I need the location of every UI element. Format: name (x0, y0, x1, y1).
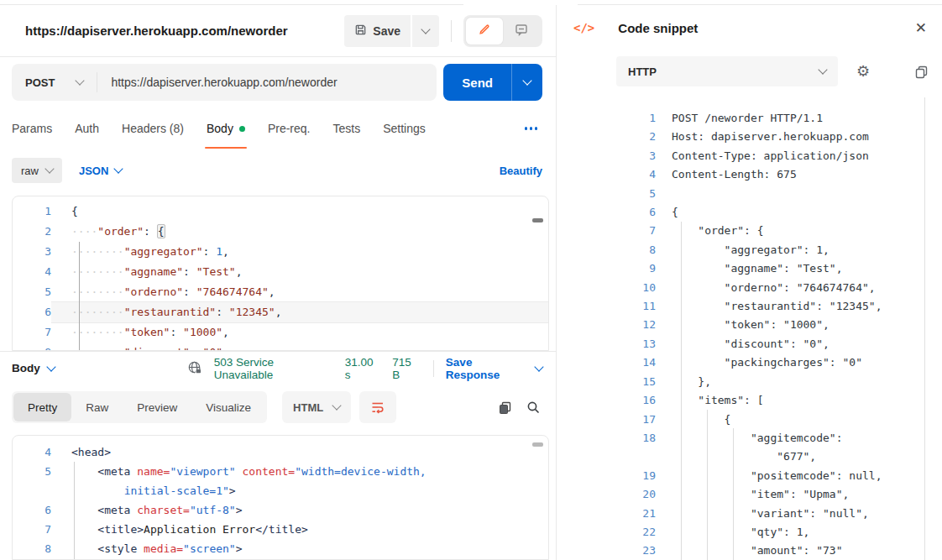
line-content: <meta name="viewport" content="width=dev… (51, 462, 548, 481)
request-tabs: ParamsAuthHeaders (8)BodyPre-req.TestsSe… (0, 107, 556, 149)
line-content: Content-Type: application/json (656, 147, 869, 165)
tab-label: Tests (332, 122, 360, 135)
comment-icon (515, 23, 528, 39)
code-line: 7 "order": { (557, 222, 942, 240)
code-line: 8 <style media="screen"> (13, 539, 548, 558)
line-number: 6 (557, 203, 656, 222)
line-number: 2 (557, 128, 656, 146)
line-number: 21 (557, 505, 656, 523)
dot-icon (530, 127, 533, 130)
wrap-lines-button[interactable] (359, 391, 396, 423)
line-content: "order": { (656, 222, 764, 240)
code-line: 18 "aggitemcode": (557, 429, 942, 447)
response-format-select[interactable]: HTML (282, 391, 351, 423)
comment-button[interactable] (503, 18, 540, 44)
request-title: https://dapiserver.herokuapp.com/neworde… (25, 24, 344, 38)
line-number: 6 (13, 302, 51, 322)
viewer-scrollbar[interactable] (532, 442, 543, 447)
view-tab-pretty[interactable]: Pretty (13, 393, 71, 421)
line-number: 7 (13, 520, 51, 539)
copy-snippet-button[interactable] (914, 65, 929, 79)
line-number: 8 (557, 241, 656, 259)
edit-mode-button[interactable] (466, 18, 503, 44)
code-line: 11 "restaurantid": "12345", (557, 297, 942, 316)
copy-icon (914, 65, 929, 79)
line-content: <title>Application Error</title> (51, 520, 548, 539)
save-button[interactable]: Save (344, 24, 411, 39)
save-response-button[interactable]: Save Response (446, 356, 542, 381)
method-select[interactable]: POST (12, 76, 97, 89)
divider (433, 360, 434, 377)
body-mode-select[interactable]: raw (12, 158, 62, 183)
response-viewer-wrap: 4<head>5 <meta name="viewport" content="… (0, 430, 556, 560)
line-content: "items": [ (656, 391, 764, 410)
view-tab-visualize[interactable]: Visualize (191, 393, 265, 421)
response-format-value: HTML (293, 401, 323, 414)
request-body-editor[interactable]: 1{2····"order": {3········"aggregator": … (12, 196, 549, 351)
tab-params[interactable]: Params (12, 107, 52, 149)
chevron-down-icon (114, 164, 123, 173)
save-options-button[interactable] (411, 15, 439, 47)
more-options-button[interactable] (521, 123, 542, 133)
line-number: 23 (557, 542, 656, 560)
search-response-button[interactable] (526, 400, 541, 415)
line-number: 7 (13, 322, 51, 343)
line-number: 8 (13, 539, 51, 558)
code-line: 2····"order": { (13, 222, 548, 242)
editor-scrollbar[interactable] (532, 218, 543, 222)
line-content: "aggname": "Test", (656, 259, 843, 278)
code-line: 6········"restaurantid": "12345", (13, 302, 548, 322)
method-url-group: POST https://dapiserver.herokuapp.com/ne… (12, 64, 437, 101)
line-content: "positemcode": null, (656, 467, 882, 485)
code-line: 5········"orderno": "764674764", (13, 282, 548, 302)
tab-headers-8[interactable]: Headers (8) (122, 107, 184, 149)
tab-body[interactable]: Body (207, 107, 245, 149)
tab-label: Auth (75, 122, 99, 135)
tab-tests[interactable]: Tests (332, 107, 360, 149)
line-content: <meta charset="utf-8"> (51, 500, 548, 520)
copy-response-button[interactable] (498, 400, 512, 415)
code-line: 16 "items": [ (557, 391, 942, 410)
tab-pre-req[interactable]: Pre-req. (268, 107, 311, 149)
tab-settings[interactable]: Settings (383, 107, 426, 149)
snippet-language-row: HTTP ⚙ (557, 50, 942, 92)
chevron-down-icon (522, 76, 531, 85)
line-content: { (51, 201, 548, 222)
line-content: "variant": "null", (656, 505, 869, 523)
code-line: 15 }, (557, 373, 942, 391)
status-badge: 503 Service Unavailable (214, 356, 334, 381)
line-content: <head> (51, 442, 548, 462)
code-line: 4Content-Length: 675 (557, 165, 942, 184)
dot-icon (525, 127, 528, 130)
line-content: ········"aggname": "Test", (51, 262, 548, 282)
close-icon[interactable]: ✕ (915, 21, 927, 35)
code-line: 20 "item": "Upma", (557, 485, 942, 504)
snippet-scrollbar[interactable] (924, 97, 925, 560)
line-content: ········"aggregator": 1, (51, 242, 548, 262)
tab-auth[interactable]: Auth (75, 107, 99, 149)
gear-icon[interactable]: ⚙ (856, 64, 870, 79)
view-tab-raw[interactable]: Raw (71, 393, 123, 421)
chevron-down-icon (46, 362, 55, 371)
line-number: 4 (557, 165, 656, 184)
snippet-code-area[interactable]: 1POST /neworder HTTP/1.12Host: dapiserve… (557, 92, 942, 560)
beautify-button[interactable]: Beautify (500, 165, 542, 177)
response-view-tabs: PrettyRawPreviewVisualize (12, 391, 267, 423)
send-button[interactable]: Send (443, 76, 511, 90)
snippet-language-select[interactable]: HTTP (616, 56, 838, 86)
tab-label: Pre-req. (268, 122, 311, 135)
line-number: 1 (13, 201, 51, 222)
view-tab-preview[interactable]: Preview (123, 393, 191, 421)
code-line: 4········"aggname": "Test", (13, 262, 548, 282)
line-content: ········"restaurantid": "12345", (51, 302, 548, 322)
response-body-select[interactable]: Body (12, 362, 55, 374)
body-format-select[interactable]: JSON (79, 165, 122, 177)
response-viewer[interactable]: 4<head>5 <meta name="viewport" content="… (12, 435, 549, 560)
line-content: "discount": "0", (656, 335, 829, 353)
line-content: ····"order": { (51, 222, 548, 242)
url-input[interactable]: https://dapiserver.herokuapp.com/neworde… (97, 76, 337, 89)
code-line: 8········"discount": "0", (13, 343, 548, 351)
code-line: 12 "token": "1000", (557, 316, 942, 334)
send-options-button[interactable] (511, 64, 542, 101)
line-number: 14 (557, 353, 656, 372)
